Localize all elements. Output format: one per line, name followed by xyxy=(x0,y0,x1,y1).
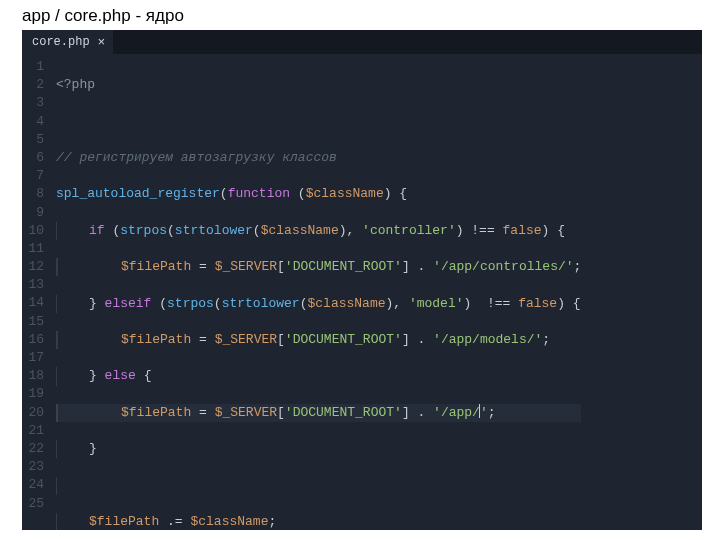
line-number: 4 xyxy=(22,113,44,131)
line-number: 17 xyxy=(22,349,44,367)
code-line: if (strpos(strtolower($className), 'cont… xyxy=(56,222,581,240)
line-number: 10 xyxy=(22,222,44,240)
code-line: <?php xyxy=(56,76,581,94)
line-number: 2 xyxy=(22,76,44,94)
code-line: $filePath = $_SERVER['DOCUMENT_ROOT'] . … xyxy=(56,331,581,349)
line-number: 14 xyxy=(22,294,44,312)
code-area[interactable]: 1 2 3 4 5 6 7 8 9 10 11 12 13 14 15 16 1… xyxy=(22,54,702,530)
line-number: 15 xyxy=(22,313,44,331)
line-number: 8 xyxy=(22,185,44,203)
line-number: 9 xyxy=(22,204,44,222)
code-editor: core.php × 1 2 3 4 5 6 7 8 9 10 11 12 13… xyxy=(22,30,702,530)
code-line: } xyxy=(56,440,581,458)
line-number: 12 xyxy=(22,258,44,276)
close-icon[interactable]: × xyxy=(98,36,106,49)
line-number: 3 xyxy=(22,94,44,112)
line-number: 1 xyxy=(22,58,44,76)
line-number: 6 xyxy=(22,149,44,167)
line-number: 18 xyxy=(22,367,44,385)
code-line: } elseif (strpos(strtolower($className),… xyxy=(56,295,581,313)
code-line: } else { xyxy=(56,367,581,385)
line-number: 16 xyxy=(22,331,44,349)
line-number: 13 xyxy=(22,276,44,294)
line-number: 7 xyxy=(22,167,44,185)
code-line: $filePath = $_SERVER['DOCUMENT_ROOT'] . … xyxy=(56,258,581,276)
line-number: 20 xyxy=(22,404,44,422)
line-number: 22 xyxy=(22,440,44,458)
line-number: 24 xyxy=(22,476,44,494)
page-title: app / core.php - ядро xyxy=(0,0,720,30)
line-number: 21 xyxy=(22,422,44,440)
code-line: spl_autoload_register(function ($classNa… xyxy=(56,185,581,203)
line-number: 5 xyxy=(22,131,44,149)
code-content[interactable]: <?php // регистрируем автозагрузку класс… xyxy=(50,54,581,530)
line-number: 11 xyxy=(22,240,44,258)
code-line: $filePath = $_SERVER['DOCUMENT_ROOT'] . … xyxy=(56,404,581,422)
line-number: 23 xyxy=(22,458,44,476)
line-number: 19 xyxy=(22,385,44,403)
line-number: 25 xyxy=(22,495,44,513)
code-line: // регистрируем автозагрузку классов xyxy=(56,149,581,167)
code-line: $filePath .= $className; xyxy=(56,513,581,530)
tab-core-php[interactable]: core.php × xyxy=(22,30,113,54)
line-number-gutter: 1 2 3 4 5 6 7 8 9 10 11 12 13 14 15 16 1… xyxy=(22,54,50,530)
code-line xyxy=(56,113,581,131)
tab-bar: core.php × xyxy=(22,30,702,54)
code-line xyxy=(56,477,581,495)
tab-label: core.php xyxy=(32,35,90,49)
